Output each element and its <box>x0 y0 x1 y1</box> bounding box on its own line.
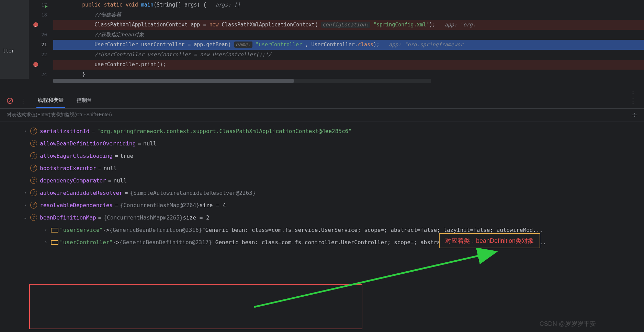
line-number: 21 <box>41 42 47 47</box>
tab-threads-variables[interactable]: 线程和变量 <box>36 94 65 108</box>
structure-panel: ller <box>0 0 29 79</box>
code-line[interactable]: /*UserController userController = new Us… <box>53 50 644 60</box>
debug-panel: ⋮ 线程和变量 控制台 ⋮ 对表达式求值(Enter)或添加监视(Ctrl+Sh… <box>0 93 644 252</box>
var-row[interactable]: fdependencyComparator = null <box>0 174 644 187</box>
eval-placeholder: 对表达式求值(Enter)或添加监视(Ctrl+Shift+Enter) <box>7 112 112 118</box>
svg-line-3 <box>254 252 495 307</box>
annotation-label: 对应着类：beanDefinition类对象 <box>439 233 540 248</box>
chevron-right-icon[interactable]: › <box>24 190 30 195</box>
line-number: 18 <box>41 12 47 17</box>
param-hint: name: <box>234 42 252 48</box>
line-number: 24 <box>41 72 47 77</box>
debug-tabs: 线程和变量 控制台 <box>36 94 93 108</box>
code-line[interactable]: //创建容器 <box>53 10 644 20</box>
variables-tree[interactable]: ›fserializationId = "org.springframework… <box>0 121 644 252</box>
code-line[interactable]: ClassPathXmlApplicationContext app = new… <box>53 20 644 30</box>
field-icon: f <box>30 214 37 221</box>
map-entry-icon <box>51 227 57 232</box>
var-child-row[interactable]: ›"userController" -> {GenericBeanDefinit… <box>0 236 644 248</box>
var-row[interactable]: fbootstrapExecutor = null <box>0 162 644 174</box>
breakpoint-icon[interactable] <box>33 62 38 67</box>
field-icon: f <box>30 165 37 171</box>
code-line[interactable]: } <box>53 70 644 80</box>
chevron-right-icon[interactable]: › <box>45 227 51 232</box>
field-icon: f <box>30 128 37 134</box>
debug-toolbar: ⋮ 线程和变量 控制台 ⋮ <box>0 93 644 108</box>
breakpoint-icon[interactable] <box>33 22 38 27</box>
code-editor: ller 17▶ 18 20 21 22 24 public static vo… <box>0 0 644 79</box>
annotation-highlight <box>29 284 362 329</box>
var-row-expanded[interactable]: ⌄fbeanDefinitionMap = {ConcurrentHashMap… <box>0 211 644 224</box>
gutter[interactable]: 17▶ 18 20 21 22 24 <box>29 0 53 79</box>
var-row[interactable]: fallowEagerClassLoading = true <box>0 150 644 162</box>
var-row[interactable]: fallowBeanDefinitionOverriding = null <box>0 137 644 150</box>
param-hint: configLocation: <box>321 22 370 28</box>
chevron-right-icon[interactable]: › <box>24 129 30 133</box>
inline-hint: args: [] <box>216 2 240 8</box>
line-number: 20 <box>41 32 47 37</box>
chevron-right-icon[interactable]: › <box>24 203 30 208</box>
more-icon[interactable]: ⋮ <box>630 97 636 105</box>
var-row[interactable]: ›fresolvableDependencies = {ConcurrentHa… <box>0 199 644 211</box>
line-number: 22 <box>41 52 47 57</box>
more-icon[interactable]: ⋮ <box>20 97 26 105</box>
code-line[interactable]: public static void main(String[] args) {… <box>53 0 644 10</box>
svg-line-1 <box>9 99 12 103</box>
map-entry-icon <box>51 240 57 245</box>
watermark: CSDN @岁岁岁平安 <box>540 320 596 328</box>
chevron-down-icon[interactable]: ⌄ <box>24 215 30 220</box>
var-row[interactable]: ›fserializationId = "org.springframework… <box>0 125 644 137</box>
code-line[interactable]: userController.print(); <box>53 60 644 70</box>
field-icon: f <box>30 177 37 184</box>
evaluate-expression-input[interactable]: 对表达式求值(Enter)或添加监视(Ctrl+Shift+Enter) ⊹ <box>0 108 644 121</box>
code-line-current[interactable]: UserController userController = app.getB… <box>53 40 644 50</box>
structure-label: ller <box>3 48 14 54</box>
field-icon: f <box>30 202 37 209</box>
chevron-right-icon[interactable]: › <box>45 240 51 245</box>
field-icon: f <box>30 140 37 147</box>
stop-debug-icon[interactable] <box>7 98 13 104</box>
inline-hint: app: "org.springframewor <box>389 42 463 48</box>
var-row[interactable]: ›fautowireCandidateResolver = {SimpleAut… <box>0 187 644 199</box>
field-icon: f <box>30 189 37 196</box>
code-line[interactable]: //获取指定bean对象 <box>53 30 644 40</box>
field-icon: f <box>30 152 37 159</box>
inline-hint: app: "org. <box>445 22 476 28</box>
tab-console[interactable]: 控制台 <box>75 94 93 108</box>
annotation-arrow-icon <box>247 245 505 314</box>
var-child-row[interactable]: ›"userService" -> {GenericBeanDefinition… <box>0 224 644 236</box>
code-area[interactable]: public static void main(String[] args) {… <box>53 0 644 79</box>
add-watch-icon[interactable]: ⊹ <box>632 111 637 119</box>
